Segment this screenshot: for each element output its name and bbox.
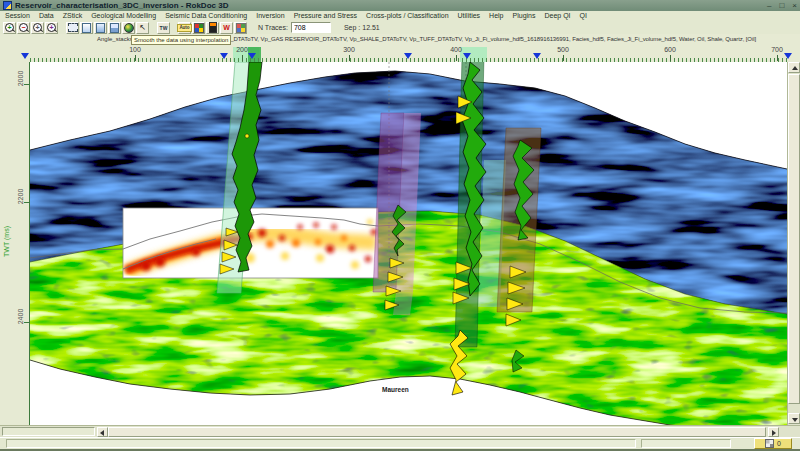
rect-dashed-icon	[68, 23, 78, 32]
scroll-down-button[interactable]	[788, 413, 800, 424]
globe-icon	[124, 23, 134, 33]
well-marker-3[interactable]	[248, 53, 256, 59]
scroll-info-panel	[2, 427, 95, 436]
scroll-up-button[interactable]	[788, 62, 800, 73]
magnifier-handle	[54, 29, 57, 32]
ruler-label-500: 500	[553, 46, 573, 53]
trace-wiggle-button[interactable]: TW	[157, 22, 170, 34]
status-badge[interactable]: 0	[754, 438, 792, 449]
layers-button[interactable]	[108, 22, 121, 34]
well2-path-band-lower	[393, 292, 413, 315]
toolbar: +−++↖TWAutoW N Traces: Sep : 12.51	[0, 21, 800, 34]
menu-item-seismic-data-conditioning[interactable]: Seismic Data Conditioning	[165, 11, 247, 21]
n-traces-input[interactable]	[291, 22, 331, 33]
device-icon	[209, 22, 217, 33]
display-settings-button[interactable]	[94, 22, 107, 34]
ruler-tick	[135, 55, 136, 61]
twt-tick	[24, 202, 29, 203]
menu-item-utilities[interactable]: Utilities	[458, 11, 481, 21]
zoom-out-button[interactable]: −	[17, 22, 30, 34]
auto-icon: Auto	[177, 24, 191, 32]
well-marker-1[interactable]	[21, 53, 29, 59]
well-marker-6[interactable]	[533, 53, 541, 59]
menu-item-inversion[interactable]: Inversion	[256, 11, 284, 21]
log-display-button[interactable]	[206, 22, 219, 34]
ruler-tick	[563, 55, 564, 61]
menu-item-cross-plots-classification[interactable]: Cross-plots / Classification	[366, 11, 448, 21]
grid-icon	[765, 439, 774, 448]
colormap-button[interactable]	[122, 22, 135, 34]
volume-list-label[interactable]: VOIR_DTAToTV, Vp_GAS RESERVOIR_DTAToTV, …	[216, 36, 782, 42]
magnifier-handle	[12, 29, 15, 32]
title-bar[interactable]: Reservoir_characterisation_3DC_inversion…	[0, 0, 800, 11]
well-marker-2[interactable]	[220, 53, 228, 59]
zoom-window-button[interactable]: +	[31, 22, 44, 34]
tw-icon: TW	[160, 25, 168, 31]
minimize-button[interactable]: –	[767, 1, 771, 10]
menu-item-help[interactable]: Help	[489, 11, 503, 21]
well-marker-5[interactable]	[463, 53, 471, 59]
cursor-icon: ↖	[139, 24, 146, 32]
ruler-label-200: 200	[232, 46, 252, 53]
menu-item-data[interactable]: Data	[39, 11, 54, 21]
down-arrow-icon	[792, 418, 798, 422]
scroll-right-button[interactable]	[768, 427, 779, 437]
status-field-1	[6, 439, 636, 448]
horizontal-scrollbar[interactable]	[0, 425, 800, 437]
vertical-scroll-thumb[interactable]	[788, 74, 800, 404]
status-badge-value: 0	[777, 440, 781, 447]
ruler-label-400: 400	[446, 46, 466, 53]
ruler-label-600: 600	[660, 46, 680, 53]
select-area-button[interactable]	[66, 22, 79, 34]
ruler-label-300: 300	[339, 46, 359, 53]
ruler-tick	[456, 55, 457, 61]
maximize-button[interactable]: □	[779, 1, 784, 10]
menu-item-plugins[interactable]: Plugins	[513, 11, 536, 21]
zoom-reset-button[interactable]: +	[45, 22, 58, 34]
ruler-label-700: 700	[767, 46, 787, 53]
ruler-label-100: 100	[125, 46, 145, 53]
twt-label-2400: 2400	[17, 306, 24, 328]
twt-label-2200: 2200	[17, 186, 24, 208]
magnifier-handle	[26, 29, 29, 32]
y-axis: TWT (ms) 200022002400	[0, 62, 30, 425]
seismic-section: Maureen	[30, 62, 787, 425]
menu-item-pressure-and-stress[interactable]: Pressure and Stress	[294, 11, 357, 21]
pointer-tool-button[interactable]: ↖	[136, 22, 149, 34]
twt-label-2000: 2000	[17, 68, 24, 90]
page-blue3-icon	[110, 23, 119, 33]
close-button[interactable]: ×	[792, 1, 797, 10]
menu-item-geological-modelling[interactable]: Geological Modelling	[91, 11, 156, 21]
window-controls: – □ ×	[767, 1, 797, 10]
n-traces-field: N Traces: Sep : 12.51	[258, 22, 380, 33]
well-marker-4[interactable]	[404, 53, 412, 59]
menu-item-zstick[interactable]: ZStick	[63, 11, 82, 21]
wavelet-icon: W	[223, 24, 230, 32]
maggrid-icon	[236, 23, 246, 33]
wavelet-button[interactable]: W	[220, 22, 233, 34]
left-arrow-icon	[100, 430, 104, 436]
well-marker-7[interactable]	[784, 53, 792, 59]
grid4-icon	[194, 23, 204, 33]
zoom-in-button[interactable]: +	[3, 22, 16, 34]
inspect-data-button[interactable]	[234, 22, 247, 34]
menu-item-session[interactable]: Session	[5, 11, 30, 21]
auto-scale-button[interactable]: Auto	[178, 22, 191, 34]
right-arrow-icon	[772, 430, 776, 436]
twt-axis-label: TWT (ms)	[3, 222, 10, 262]
menu-item-deep-qi[interactable]: Deep QI	[544, 11, 570, 21]
twt-tick	[24, 84, 29, 85]
vertical-scrollbar[interactable]	[787, 62, 800, 425]
facies-grid-button[interactable]	[192, 22, 205, 34]
pan-view-button[interactable]	[80, 22, 93, 34]
scroll-left-button[interactable]	[97, 427, 108, 437]
seismic-canvas[interactable]: Maureen	[30, 62, 787, 425]
maureen-horizon-label: Maureen	[382, 386, 409, 393]
trace-separation-label: Sep : 12.51	[344, 24, 380, 31]
status-bar: 0	[0, 437, 800, 450]
n-traces-label: N Traces:	[258, 24, 288, 31]
horizontal-scroll-thumb[interactable]	[108, 427, 766, 437]
app-icon	[3, 1, 12, 10]
status-field-2	[641, 439, 731, 448]
menu-item-qi[interactable]: QI	[580, 11, 587, 21]
